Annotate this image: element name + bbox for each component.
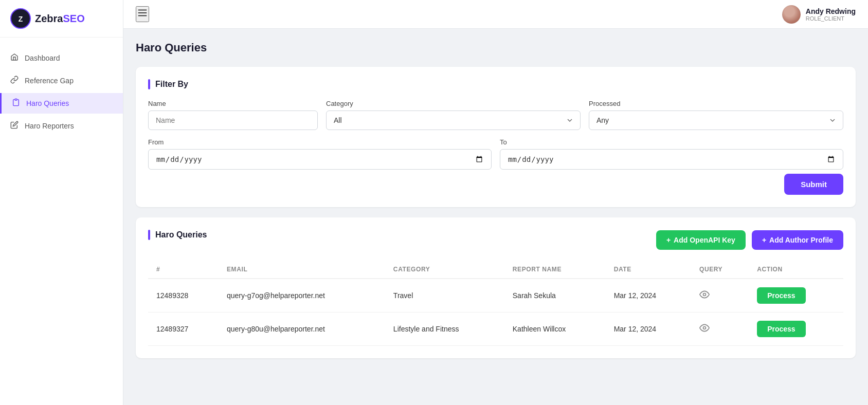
col-category: CATEGORY xyxy=(385,261,504,279)
col-date: DATE xyxy=(606,261,691,279)
add-author-label: Add Author Profile xyxy=(769,236,833,244)
cell-category-2: Lifestyle and Fitness xyxy=(385,312,504,346)
plus-icon-author: + xyxy=(762,236,766,244)
add-openapi-button[interactable]: + Add OpenAPI Key xyxy=(656,230,746,250)
sidebar-item-haro-reporters[interactable]: Haro Reporters xyxy=(0,116,123,136)
queries-card: Haro Queries + Add OpenAPI Key + Add Aut… xyxy=(136,217,856,358)
table-head: # EMAIL CATEGORY REPORT NAME DATE QUERY … xyxy=(148,261,843,279)
sidebar-nav: Dashboard Reference Gap Haro Queries Har… xyxy=(0,38,123,146)
logo: Z ZebraSEO xyxy=(0,0,123,38)
edit-icon xyxy=(10,121,19,131)
link-icon xyxy=(10,76,19,86)
col-hash: # xyxy=(148,261,219,279)
from-date-input[interactable] xyxy=(148,149,492,170)
submit-button[interactable]: Submit xyxy=(784,174,843,195)
from-date-field: From xyxy=(148,138,492,170)
page-title: Haro Queries xyxy=(136,41,856,54)
processed-label: Processed xyxy=(589,100,843,107)
filter-section-title: Filter By xyxy=(148,79,843,89)
user-name: Andy Redwing xyxy=(806,7,856,15)
cell-query-1 xyxy=(691,279,749,312)
name-input[interactable] xyxy=(148,111,318,130)
logo-icon: Z xyxy=(10,8,31,29)
svg-point-7 xyxy=(703,326,706,329)
to-label: To xyxy=(500,138,843,146)
add-author-button[interactable]: + Add Author Profile xyxy=(752,230,843,250)
cell-email-1: query-g7og@helpareporter.net xyxy=(219,279,385,312)
svg-text:Z: Z xyxy=(19,15,23,23)
logo-zebra: Zebra xyxy=(35,13,63,24)
header: Andy Redwing ROLE_CLIENT xyxy=(123,0,868,29)
view-icon-1[interactable] xyxy=(699,291,710,302)
user-info: Andy Redwing ROLE_CLIENT xyxy=(782,5,856,24)
table-actions: + Add OpenAPI Key + Add Author Profile xyxy=(656,230,843,250)
svg-rect-2 xyxy=(15,99,17,100)
cell-query-2 xyxy=(691,312,749,346)
queries-section-title: Haro Queries xyxy=(148,230,207,240)
sidebar-item-dashboard[interactable]: Dashboard xyxy=(0,48,123,68)
filter-row-2: From To xyxy=(148,138,843,170)
process-button-2[interactable]: Process xyxy=(757,321,805,337)
view-icon-2[interactable] xyxy=(699,325,710,335)
avatar xyxy=(782,5,801,24)
cell-email-2: query-g80u@helpareporter.net xyxy=(219,312,385,346)
col-action: ACTION xyxy=(749,261,843,279)
user-details: Andy Redwing ROLE_CLIENT xyxy=(806,7,856,22)
cell-id-2: 12489327 xyxy=(148,312,219,346)
logo-text: ZebraSEO xyxy=(35,13,85,25)
table-header: Haro Queries + Add OpenAPI Key + Add Aut… xyxy=(148,230,843,250)
queries-table: # EMAIL CATEGORY REPORT NAME DATE QUERY … xyxy=(148,261,843,346)
cell-date-1: Mar 12, 2024 xyxy=(606,279,691,312)
cell-action-1: Process xyxy=(749,279,843,312)
filter-grid: Name Category All Travel Lifestyle and F… xyxy=(148,100,843,170)
menu-button[interactable] xyxy=(136,6,149,22)
category-select[interactable]: All Travel Lifestyle and Fitness Busines… xyxy=(326,111,581,130)
processed-field: Processed Any Yes No xyxy=(589,100,843,130)
to-date-field: To xyxy=(500,138,843,170)
processed-select[interactable]: Any Yes No xyxy=(589,111,843,130)
sidebar-item-reference-gap[interactable]: Reference Gap xyxy=(0,70,123,91)
queries-section-bar xyxy=(148,230,150,240)
cell-date-2: Mar 12, 2024 xyxy=(606,312,691,346)
sidebar: Z ZebraSEO Dashboard Reference Gap Haro … xyxy=(0,0,123,405)
plus-icon-openapi: + xyxy=(666,236,671,244)
filter-card: Filter By Name Category All Travel Lifes… xyxy=(136,67,856,207)
add-openapi-label: Add OpenAPI Key xyxy=(674,236,735,244)
process-button-1[interactable]: Process xyxy=(757,287,805,304)
home-icon xyxy=(10,53,19,63)
filter-actions: Submit xyxy=(148,170,843,195)
svg-point-6 xyxy=(703,293,706,296)
filter-row-1: Name Category All Travel Lifestyle and F… xyxy=(148,100,843,130)
clipboard-icon xyxy=(12,98,20,108)
table-row: 12489327 query-g80u@helpareporter.net Li… xyxy=(148,312,843,346)
name-label: Name xyxy=(148,100,318,107)
user-role: ROLE_CLIENT xyxy=(806,15,856,22)
col-query: QUERY xyxy=(691,261,749,279)
queries-title-label: Haro Queries xyxy=(155,230,207,240)
category-label: Category xyxy=(326,100,581,107)
sidebar-item-haro-reporters-label: Haro Reporters xyxy=(25,122,74,130)
col-report-name: REPORT NAME xyxy=(504,261,606,279)
sidebar-item-dashboard-label: Dashboard xyxy=(25,54,60,62)
table-header-row: # EMAIL CATEGORY REPORT NAME DATE QUERY … xyxy=(148,261,843,279)
table-row: 12489328 query-g7og@helpareporter.net Tr… xyxy=(148,279,843,312)
from-label: From xyxy=(148,138,492,146)
category-field: Category All Travel Lifestyle and Fitnes… xyxy=(326,100,581,130)
cell-report-1: Sarah Sekula xyxy=(504,279,606,312)
main: Andy Redwing ROLE_CLIENT Haro Queries Fi… xyxy=(123,0,868,405)
cell-action-2: Process xyxy=(749,312,843,346)
filter-title-label: Filter By xyxy=(155,80,188,89)
cell-report-2: Kathleen Willcox xyxy=(504,312,606,346)
sidebar-item-haro-queries-label: Haro Queries xyxy=(26,99,69,107)
name-field: Name xyxy=(148,100,318,130)
cell-category-1: Travel xyxy=(385,279,504,312)
col-email: EMAIL xyxy=(219,261,385,279)
avatar-image xyxy=(782,5,801,24)
content: Haro Queries Filter By Name Category All xyxy=(123,29,868,405)
sidebar-item-haro-queries[interactable]: Haro Queries xyxy=(0,93,123,114)
to-date-input[interactable] xyxy=(500,149,843,170)
table-body: 12489328 query-g7og@helpareporter.net Tr… xyxy=(148,279,843,346)
logo-seo: SEO xyxy=(63,13,84,24)
section-bar xyxy=(148,79,150,89)
cell-id-1: 12489328 xyxy=(148,279,219,312)
